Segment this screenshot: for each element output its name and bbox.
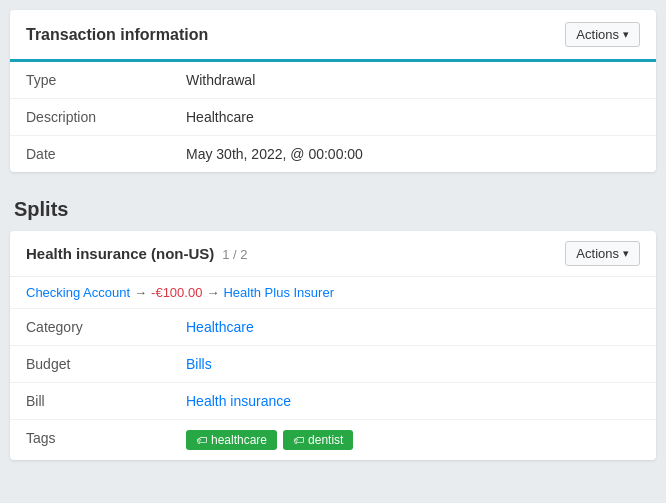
split-card: Health insurance (non-US) 1 / 2 Actions …: [10, 231, 656, 460]
split-actions-button[interactable]: Actions: [565, 241, 640, 266]
table-row: Bill Health insurance: [10, 383, 656, 420]
split-card-header: Health insurance (non-US) 1 / 2 Actions: [10, 231, 656, 277]
flow-amount: -€100.00: [151, 285, 202, 300]
tag-badge: dentist: [283, 430, 353, 450]
table-row: Type Withdrawal: [10, 62, 656, 99]
tag-badge: healthcare: [186, 430, 277, 450]
transaction-info-card: Transaction information Actions Type Wit…: [10, 10, 656, 172]
row-value: Bills: [170, 346, 656, 383]
table-row: Category Healthcare: [10, 309, 656, 346]
table-row: Tags healthcaredentist: [10, 420, 656, 461]
splits-heading: Splits: [10, 184, 656, 231]
row-value: Healthcare: [170, 309, 656, 346]
split-header-left: Health insurance (non-US) 1 / 2: [26, 245, 248, 262]
row-link[interactable]: Bills: [186, 356, 212, 372]
row-label: Date: [10, 136, 170, 173]
transaction-actions-button[interactable]: Actions: [565, 22, 640, 47]
row-label: Budget: [10, 346, 170, 383]
flow-arrow-1: →: [134, 285, 147, 300]
flow-from-link[interactable]: Checking Account: [26, 285, 130, 300]
table-row: Description Healthcare: [10, 99, 656, 136]
row-link[interactable]: Healthcare: [186, 319, 254, 335]
transaction-title: Transaction information: [26, 26, 208, 44]
transaction-info-table: Type Withdrawal Description Healthcare D…: [10, 62, 656, 172]
row-value: Health insurance: [170, 383, 656, 420]
flow-arrow-2: →: [206, 285, 219, 300]
row-tags: healthcaredentist: [170, 420, 656, 461]
row-label: Type: [10, 62, 170, 99]
row-label: Category: [10, 309, 170, 346]
split-count: 1 / 2: [222, 247, 247, 262]
split-flow: Checking Account → -€100.00 → Health Plu…: [10, 277, 656, 309]
table-row: Date May 30th, 2022, @ 00:00:00: [10, 136, 656, 173]
split-info-table: Category Healthcare Budget Bills Bill He…: [10, 309, 656, 460]
flow-to-link[interactable]: Health Plus Insurer: [223, 285, 334, 300]
splits-section: Splits Health insurance (non-US) 1 / 2 A…: [10, 184, 656, 460]
table-row: Budget Bills: [10, 346, 656, 383]
row-value: Healthcare: [170, 99, 656, 136]
row-value: May 30th, 2022, @ 00:00:00: [170, 136, 656, 173]
row-value: Withdrawal: [170, 62, 656, 99]
split-title: Health insurance (non-US): [26, 245, 214, 262]
row-link[interactable]: Health insurance: [186, 393, 291, 409]
transaction-card-header: Transaction information Actions: [10, 10, 656, 62]
row-label: Tags: [10, 420, 170, 461]
row-label: Description: [10, 99, 170, 136]
row-label: Bill: [10, 383, 170, 420]
